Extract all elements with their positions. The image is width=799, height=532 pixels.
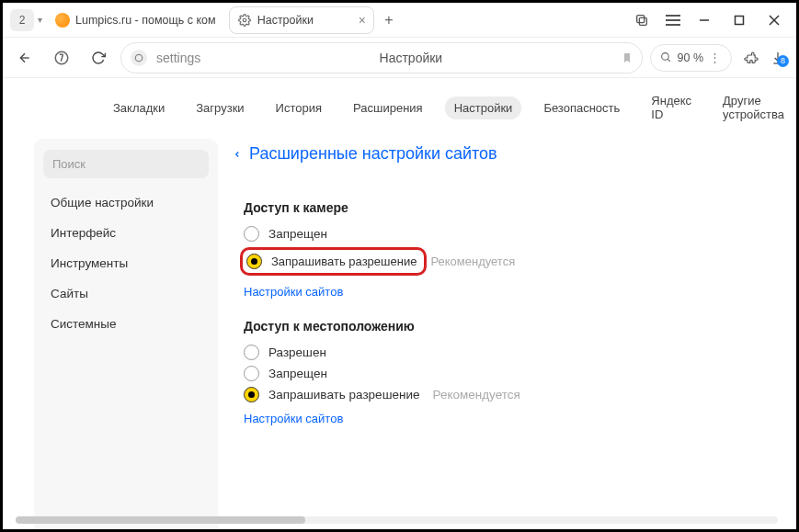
horizontal-scrollbar[interactable] [16,516,778,524]
address-bar: settings Настройки 90 % ⋮ 8 [3,38,796,78]
settings-search[interactable]: Поиск [43,150,209,178]
sites-settings-link[interactable]: Настройки сайтов [244,285,778,299]
extensions-icon[interactable] [743,50,759,66]
svg-rect-7 [736,16,744,24]
svg-rect-1 [639,17,646,25]
sidebar-item-system[interactable]: Системные [34,309,218,339]
radio-label: Запрещен [268,227,327,241]
radio-location-ask[interactable]: Запрашивать разрешение Рекомендуется [244,387,778,402]
nav-other-devices[interactable]: Другие устройства [713,89,796,126]
svg-point-0 [243,18,246,22]
section-title-location: Доступ к местоположению [244,319,778,334]
radio-label: Запрашивать разрешение [268,388,419,402]
recommended-label: Рекомендуется [432,388,519,402]
tab-group-count[interactable]: 2 [10,9,34,31]
gear-icon [237,13,252,28]
zoom-control[interactable]: 90 % ⋮ [650,44,733,72]
svg-point-12 [661,53,668,61]
back-button[interactable] [10,43,40,73]
yandex-home-button[interactable] [47,43,76,73]
bookmark-icon[interactable] [622,51,633,64]
new-tab-button[interactable]: + [378,9,400,31]
page-title: Настройки [210,51,611,65]
sidebar-item-general[interactable]: Общие настройки [34,187,218,218]
nav-history[interactable]: История [267,96,331,119]
menu-icon[interactable] [666,14,680,27]
reload-button[interactable] [84,43,113,73]
svg-line-13 [668,59,670,62]
settings-top-nav: Закладки Загрузки История Расширения Нас… [3,78,796,139]
copy-icon[interactable] [634,13,649,28]
nav-downloads[interactable]: Загрузки [187,96,253,119]
radio-icon [246,254,262,269]
scrollbar-thumb[interactable] [16,516,305,524]
tab-settings[interactable]: Настройки × [229,6,374,34]
kebab-icon[interactable]: ⋮ [709,51,722,64]
panel-title: Расширенные настройки сайтов [249,144,497,164]
content: Поиск Общие настройки Интерфейс Инструме… [3,139,796,532]
site-info-icon[interactable] [131,50,147,66]
downloads-button[interactable]: 8 [770,51,785,65]
settings-panel: Расширенные настройки сайтов Доступ к ка… [231,139,778,532]
sidebar-item-interface[interactable]: Интерфейс [34,218,218,248]
tab-lumpics[interactable]: Lumpics.ru - помощь с ком [48,6,223,34]
radio-location-allow[interactable]: Разрешен [244,345,778,360]
sidebar-item-tools[interactable]: Инструменты [34,248,218,278]
nav-yandex-id[interactable]: Яндекс ID [642,89,701,126]
nav-bookmarks[interactable]: Закладки [104,96,174,119]
radio-label: Запрещен [268,367,327,380]
radio-label: Разрешен [268,345,326,359]
nav-settings[interactable]: Настройки [445,96,522,119]
sidebar-item-sites[interactable]: Сайты [34,278,218,309]
maximize-button[interactable] [732,13,747,28]
address-field[interactable]: settings Настройки [120,42,643,74]
downloads-count-badge: 8 [777,55,789,67]
zoom-value: 90 % [678,51,704,64]
nav-extensions[interactable]: Расширения [344,96,432,119]
tab-label: Lumpics.ru - помощь с ком [75,14,216,27]
close-window-button[interactable] [767,13,782,28]
radio-camera-deny[interactable]: Запрещен [244,226,778,242]
tab-label: Настройки [257,14,349,27]
radio-icon [244,366,259,381]
highlight-annotation: Запрашивать разрешение [240,247,427,276]
radio-icon [244,345,259,360]
magnifier-icon [660,51,672,63]
section-title-camera: Доступ к камере [244,200,778,215]
titlebar: 2 ▾ Lumpics.ru - помощь с ком Настройки … [3,3,796,38]
sidebar: Поиск Общие настройки Интерфейс Инструме… [34,139,218,532]
radio-icon [244,226,259,242]
sites-settings-link[interactable]: Настройки сайтов [244,412,778,425]
url-text: settings [156,51,200,65]
chevron-left-icon [233,147,242,162]
svg-point-11 [135,54,143,62]
minimize-button[interactable] [697,13,712,28]
nav-security[interactable]: Безопасность [534,96,629,119]
site-favicon-icon [55,13,70,28]
close-icon[interactable]: × [359,13,366,28]
radio-label: Запрашивать разрешение [271,255,417,268]
window-controls [697,13,793,28]
radio-location-deny[interactable]: Запрещен [244,366,778,381]
recommended-label: Рекомендуется [430,255,515,268]
svg-rect-2 [637,15,645,22]
radio-icon [244,387,259,402]
panel-back-link[interactable]: Расширенные настройки сайтов [231,139,778,180]
chevron-down-icon[interactable]: ▾ [38,15,42,25]
